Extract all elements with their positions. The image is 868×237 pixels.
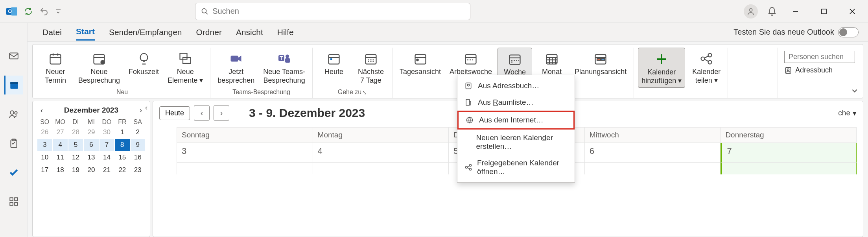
nav-calendar[interactable]: [4, 76, 23, 94]
svg-rect-6: [9, 53, 18, 59]
mini-calendar-day[interactable]: 6: [84, 139, 98, 151]
quick-access-dropdown-icon[interactable]: [55, 8, 61, 15]
calendar-cell[interactable]: [177, 163, 313, 174]
next-month-button[interactable]: ›: [140, 106, 142, 115]
add-calendar-button[interactable]: Kalender hinzufügen ▾: [638, 48, 685, 88]
maximize-button[interactable]: [815, 4, 833, 19]
mini-calendar-day[interactable]: 4: [53, 139, 67, 151]
mini-calendar-day[interactable]: 12: [68, 152, 83, 163]
schedule-view-button[interactable]: Planungsansicht: [571, 48, 630, 79]
close-button[interactable]: [843, 4, 862, 19]
ribbon-group-teams-label: Teams-Besprechung: [232, 89, 290, 96]
day-number-cell[interactable]: 6: [585, 143, 721, 163]
mini-calendar-day[interactable]: 11: [53, 152, 67, 163]
tab-send-receive[interactable]: Senden/Empfangen: [109, 24, 182, 40]
calendar-cell[interactable]: [313, 163, 449, 174]
mini-calendar-day[interactable]: 3: [37, 139, 52, 151]
minimize-button[interactable]: [786, 4, 805, 19]
search-box[interactable]: [195, 3, 470, 20]
bell-icon[interactable]: [767, 7, 777, 16]
week-view-button[interactable]: Woche: [498, 48, 532, 79]
mini-calendar-day[interactable]: 18: [53, 164, 67, 176]
address-book-button[interactable]: Adressbuch: [784, 66, 855, 74]
mini-calendar-day[interactable]: 28: [68, 126, 83, 138]
mini-calendar-day[interactable]: 2: [131, 126, 145, 138]
next-7-days-button[interactable]: Nächste 7 Tage: [354, 48, 388, 87]
date-range-label: 3 - 9. Dezember 2023: [249, 106, 365, 120]
prev-month-button[interactable]: ‹: [41, 106, 43, 115]
mini-calendar-day[interactable]: 29: [84, 126, 98, 138]
nav-mail[interactable]: [4, 46, 23, 65]
mini-calendar-title: Dezember 2023: [64, 106, 118, 115]
user-avatar[interactable]: [744, 4, 758, 19]
new-teams-meeting-button[interactable]: T Neue Teams- Besprechung: [260, 48, 308, 87]
sync-icon[interactable]: [24, 7, 33, 16]
mini-calendar-day[interactable]: 13: [84, 152, 98, 163]
try-new-outlook[interactable]: Testen Sie das neue Outlook: [733, 27, 859, 37]
toggle-switch[interactable]: [838, 27, 859, 37]
new-meeting-button[interactable]: Neue Besprechung: [75, 48, 123, 87]
svg-point-47: [470, 165, 472, 167]
month-view-button[interactable]: Monat: [534, 48, 569, 79]
tab-home[interactable]: Start: [76, 24, 95, 41]
mini-calendar-day[interactable]: 27: [53, 126, 67, 138]
tab-file[interactable]: Datei: [42, 24, 62, 40]
nav-people[interactable]: [4, 105, 23, 124]
work-week-button[interactable]: Arbeitswoche: [446, 48, 495, 79]
calendar-cell[interactable]: [721, 163, 857, 174]
mini-calendar-day[interactable]: 30: [100, 126, 114, 138]
mini-calendar-day[interactable]: 23: [131, 164, 145, 176]
dialog-launcher-icon[interactable]: ⤡: [362, 89, 367, 96]
search-input[interactable]: [212, 7, 464, 16]
focus-time-button[interactable]: Fokuszeit: [125, 48, 162, 87]
nav-todo[interactable]: [4, 163, 23, 182]
mini-calendar-day[interactable]: 9: [131, 139, 145, 151]
day-number-cell[interactable]: 4: [313, 143, 449, 163]
mini-calendar-day[interactable]: 19: [68, 164, 83, 176]
mini-calendar-day[interactable]: 16: [131, 152, 145, 163]
day-number-cell[interactable]: 3: [177, 143, 313, 163]
menu-open-shared-calendar[interactable]: Freigegebenen Kalender öffnen…: [457, 155, 575, 180]
mini-calendar-day[interactable]: 17: [37, 164, 52, 176]
collapse-panel-icon[interactable]: ‹: [145, 104, 147, 112]
day-header: Donnerstag: [721, 128, 857, 143]
today-button[interactable]: Heute: [317, 48, 351, 87]
mini-calendar-day[interactable]: 21: [100, 164, 114, 176]
new-appointment-button[interactable]: Neuer Termin: [38, 48, 73, 87]
goto-today-button[interactable]: Heute: [159, 106, 190, 120]
mini-calendar-day[interactable]: 7: [100, 139, 114, 151]
calendar-cell[interactable]: [585, 163, 721, 174]
meet-now-button[interactable]: Jetzt besprechen: [214, 48, 258, 87]
new-items-button[interactable]: Neue Elemente ▾: [164, 48, 206, 87]
mini-calendar-day[interactable]: 5: [68, 139, 83, 151]
mini-calendar-day[interactable]: 26: [37, 126, 52, 138]
view-mode-dropdown[interactable]: che ▾: [838, 109, 857, 118]
tab-view[interactable]: Ansicht: [236, 24, 263, 40]
menu-new-blank-calendar[interactable]: Neuen leeren Kalender erstellen…: [457, 130, 575, 155]
search-people-input[interactable]: [784, 51, 855, 63]
mini-calendar-day[interactable]: 14: [100, 152, 114, 163]
calendar-today-icon: [327, 52, 341, 66]
mini-calendar-day[interactable]: 15: [115, 152, 129, 163]
nav-tasks[interactable]: [4, 134, 23, 153]
share-calendar-button[interactable]: Kalender teilen ▾: [689, 48, 724, 88]
collapse-ribbon-icon[interactable]: [851, 87, 858, 94]
tab-help[interactable]: Hilfe: [277, 24, 294, 40]
menu-from-addressbook[interactable]: Aus Adressbuch…: [457, 78, 575, 94]
next-week-button[interactable]: ›: [214, 105, 229, 121]
mini-calendar-day[interactable]: 1: [115, 126, 129, 138]
mini-calendar: ‹ ‹ Dezember 2023 › SOMODIMIDOFRSA262728…: [32, 101, 150, 237]
prev-week-button[interactable]: ‹: [194, 105, 210, 121]
mini-calendar-day[interactable]: 20: [84, 164, 98, 176]
day-view-button[interactable]: Tagesansicht: [396, 48, 444, 79]
tab-folder[interactable]: Ordner: [196, 24, 222, 40]
mini-calendar-day[interactable]: 22: [115, 164, 129, 176]
undo-icon[interactable]: [39, 7, 49, 16]
menu-from-internet[interactable]: Aus dem Internet…: [457, 111, 575, 130]
mini-calendar-day[interactable]: 8: [115, 139, 129, 151]
menu-from-roomlist[interactable]: Aus Raumliste…: [457, 94, 575, 111]
nav-more-apps[interactable]: [4, 192, 23, 211]
video-icon: [229, 52, 243, 66]
day-number-cell[interactable]: 7: [721, 143, 857, 163]
mini-calendar-day[interactable]: 10: [37, 152, 52, 163]
